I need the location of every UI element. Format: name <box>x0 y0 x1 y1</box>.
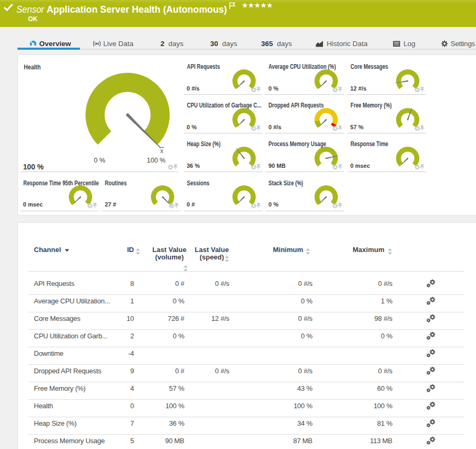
svg-text:x: x <box>160 147 163 155</box>
